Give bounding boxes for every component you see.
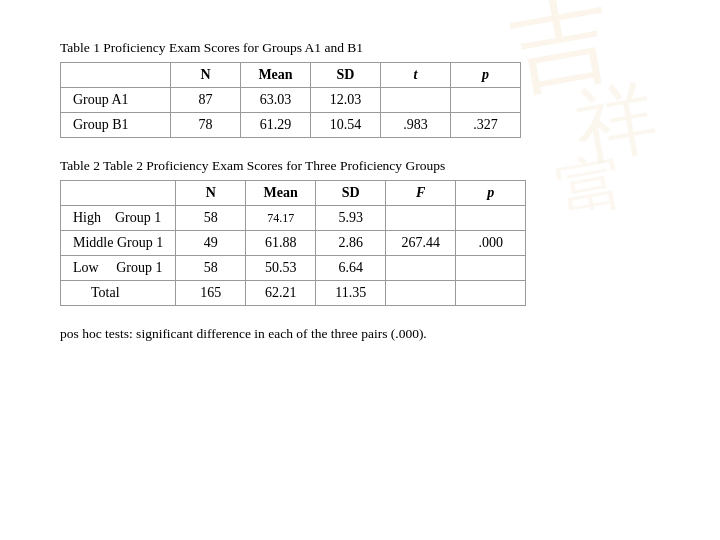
table2-row4-p	[456, 281, 526, 306]
footer-note: pos hoc tests: significant difference in…	[60, 326, 660, 342]
table-row: Total 165 62.21 11.35	[61, 281, 526, 306]
table2-row2-f: 267.44	[386, 231, 456, 256]
table1-row1-n: 87	[171, 88, 241, 113]
table2-title: Table 2 Table 2 Proficiency Exam Scores …	[60, 158, 660, 174]
table2-row2-n: 49	[176, 231, 246, 256]
table1-row2-mean: 61.29	[241, 113, 311, 138]
table2-row2-group: Middle Group 1	[61, 231, 176, 256]
table2-row3-f	[386, 256, 456, 281]
table1-header-group	[61, 63, 171, 88]
table1-header-n: N	[171, 63, 241, 88]
table1-row2-n: 78	[171, 113, 241, 138]
table2-row2-p: .000	[456, 231, 526, 256]
table2-row1-mean: 74.17	[246, 206, 316, 231]
table2-row3-mean: 50.53	[246, 256, 316, 281]
table2-row3-n: 58	[176, 256, 246, 281]
table-row: Middle Group 1 49 61.88 2.86 267.44 .000	[61, 231, 526, 256]
table1-row1-sd: 12.03	[311, 88, 381, 113]
table1-row1-mean: 63.03	[241, 88, 311, 113]
table2-row3-p	[456, 256, 526, 281]
table1-row2-p: .327	[451, 113, 521, 138]
table2-row1-group: High Group 1	[61, 206, 176, 231]
table1-row2-group: Group B1	[61, 113, 171, 138]
table-row: Group A1 87 63.03 12.03	[61, 88, 521, 113]
table2-row4-n: 165	[176, 281, 246, 306]
table2-row1-sd: 5.93	[316, 206, 386, 231]
table2-header-n: N	[176, 181, 246, 206]
table2-row1-n: 58	[176, 206, 246, 231]
table-row: Low Group 1 58 50.53 6.64	[61, 256, 526, 281]
table2-row4-f	[386, 281, 456, 306]
table2-row1-f	[386, 206, 456, 231]
table1-header-p: p	[451, 63, 521, 88]
table2-row1-p	[456, 206, 526, 231]
table2-header-group	[61, 181, 176, 206]
table2-header-sd: SD	[316, 181, 386, 206]
table1-row1-p	[451, 88, 521, 113]
table2-header-mean: Mean	[246, 181, 316, 206]
table1-row2-t: .983	[381, 113, 451, 138]
table2-row3-group: Low Group 1	[61, 256, 176, 281]
table2: N Mean SD F p High Group 1 58 74.17 5.93…	[60, 180, 526, 306]
table2-row4-group: Total	[61, 281, 176, 306]
table1-row2-sd: 10.54	[311, 113, 381, 138]
table2-header-f: F	[386, 181, 456, 206]
table2-row2-mean: 61.88	[246, 231, 316, 256]
table1-row1-t	[381, 88, 451, 113]
table1-header-mean: Mean	[241, 63, 311, 88]
table2-row3-sd: 6.64	[316, 256, 386, 281]
table1: N Mean SD t p Group A1 87 63.03 12.03 Gr…	[60, 62, 521, 138]
table2-row2-sd: 2.86	[316, 231, 386, 256]
table-row: Group B1 78 61.29 10.54 .983 .327	[61, 113, 521, 138]
table1-title: Table 1 Proficiency Exam Scores for Grou…	[60, 40, 660, 56]
table2-row4-mean: 62.21	[246, 281, 316, 306]
table1-header-t: t	[381, 63, 451, 88]
table1-header-sd: SD	[311, 63, 381, 88]
table2-header-p: p	[456, 181, 526, 206]
table2-row4-sd: 11.35	[316, 281, 386, 306]
table1-row1-group: Group A1	[61, 88, 171, 113]
table-row: High Group 1 58 74.17 5.93	[61, 206, 526, 231]
